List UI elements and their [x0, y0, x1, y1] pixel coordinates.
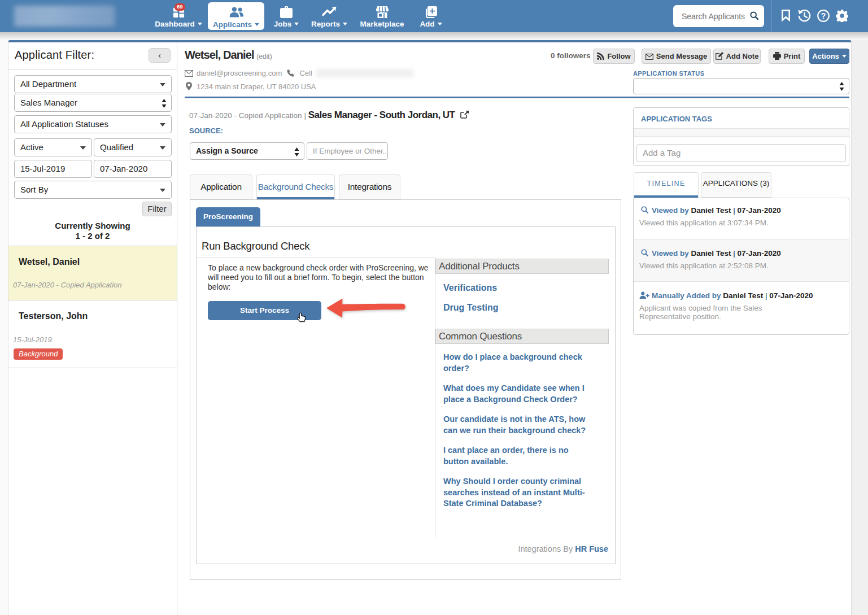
svg-text:?: ? [821, 11, 826, 20]
